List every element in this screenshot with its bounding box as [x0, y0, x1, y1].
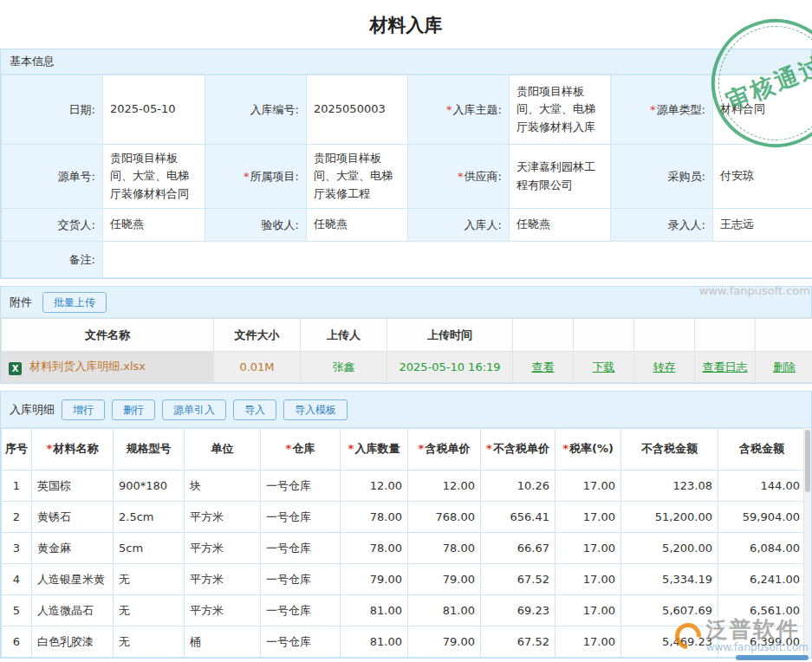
form-row: 交货人: 任晓燕 验收人: 任晓燕 入库人: 任晓燕 录入人: 王志远: [2, 209, 812, 242]
required-asterisk: *: [650, 103, 656, 116]
cell-material-name: 人造微晶石: [32, 595, 114, 626]
upload-time-cell: 2025-05-10 16:19: [387, 352, 513, 383]
inbound-detail-table: 序号 *材料名称 规格型号 单位 *仓库 *入库数量 *含税单价 *不含税单价 …: [1, 428, 806, 658]
cell-unit: 桶: [185, 626, 261, 658]
vertical-scrollbar[interactable]: [803, 428, 811, 658]
save-as-link[interactable]: 转存: [653, 360, 676, 373]
field-value-supplier: 天津嘉利园林工程有限公司: [510, 145, 611, 209]
import-template-button[interactable]: 导入模板: [283, 399, 348, 420]
table-row: 6 白色乳胶漆 无 桶 一号仓库 81.00 79.00 67.52 17.00…: [2, 626, 806, 658]
required-asterisk: *: [486, 442, 492, 455]
table-row: 4 人造银星米黄 无 平方米 一号仓库 79.00 79.00 67.52 17…: [2, 564, 806, 595]
cell-unit: 平方米: [185, 564, 261, 595]
cell-price-incl-tax: 79.00: [408, 564, 481, 595]
table-row: 5 人造微晶石 无 平方米 一号仓库 81.00 81.00 69.23 17.…: [2, 595, 806, 626]
uploader-cell: 张鑫: [301, 352, 387, 383]
table-row: 1 英国棕 900*180 块 一号仓库 12.00 12.00 10.26 1…: [2, 471, 806, 502]
cell-price-incl-tax: 78.00: [408, 533, 481, 564]
required-asterisk: *: [446, 103, 452, 116]
cell-material-name: 黄锈石: [32, 502, 114, 533]
cell-tax-rate: 17.00: [555, 502, 621, 533]
col-actions-spacer: [756, 319, 812, 352]
excel-file-icon: X: [9, 362, 22, 375]
cell-price-incl-tax: 12.00: [408, 471, 481, 502]
field-value-stock-keeper: 任晓燕: [510, 209, 611, 242]
attachments-title: 附件: [10, 295, 32, 310]
cell-seq: 1: [2, 471, 32, 502]
field-value-inbound-no: 2025050003: [307, 75, 408, 145]
action-cell: 下载: [574, 352, 634, 383]
cell-material-name: 黄金麻: [32, 533, 114, 564]
cell-material-name: 白色乳胶漆: [32, 626, 114, 658]
cell-warehouse: 一号仓库: [261, 502, 341, 533]
cell-spec-model: 900*180: [114, 471, 185, 502]
source-import-button[interactable]: 源单引入: [162, 399, 226, 420]
scrollbar-thumb[interactable]: [805, 430, 810, 492]
detail-table-wrap: 序号 *材料名称 规格型号 单位 *仓库 *入库数量 *含税单价 *不含税单价 …: [1, 428, 811, 658]
page-title: 材料入库: [0, 0, 812, 49]
field-label-inbound-no: 入库编号:: [205, 75, 307, 145]
col-material-name: *材料名称: [32, 429, 114, 471]
action-cell: 删除: [756, 352, 812, 383]
required-asterisk: *: [419, 442, 425, 455]
delete-row-button[interactable]: 删行: [112, 399, 155, 420]
delete-link[interactable]: 删除: [773, 360, 796, 373]
cell-warehouse: 一号仓库: [261, 626, 341, 658]
field-label-stock-keeper: 入库人:: [408, 209, 510, 242]
col-actions-spacer: [695, 319, 756, 352]
download-link[interactable]: 下载: [593, 360, 615, 373]
detail-header-row: 序号 *材料名称 规格型号 单位 *仓库 *入库数量 *含税单价 *不含税单价 …: [2, 429, 806, 471]
field-value-deliverer: 任晓燕: [103, 209, 205, 242]
col-actions-spacer: [634, 319, 695, 352]
attachments-section: 附件 批量上传 文件名称 文件大小 上传人 上传时间 X 材料到货入库明细.xl…: [0, 286, 812, 384]
field-label-purchaser: 采购员:: [611, 145, 713, 209]
file-name-cell: X 材料到货入库明细.xlsx: [2, 352, 214, 383]
cell-tax-rate: 17.00: [555, 533, 621, 564]
cell-amount-incl-tax: 59,904.00: [718, 502, 806, 533]
col-amount-incl-tax: 含税金额: [718, 429, 806, 471]
batch-upload-button[interactable]: 批量上传: [42, 292, 107, 313]
basic-info-table: 日期: 2025-05-10 入库编号: 2025050003 *入库主题: 贵…: [1, 75, 812, 278]
cell-unit: 平方米: [185, 502, 261, 533]
field-label-project: *所属项目:: [205, 145, 307, 209]
cell-price-excl-tax: 69.23: [481, 595, 555, 626]
col-spec-model: 规格型号: [114, 429, 185, 471]
cell-spec-model: 无: [114, 626, 185, 658]
cell-amount-incl-tax: 144.00: [718, 471, 806, 502]
required-asterisk: *: [244, 170, 250, 183]
col-actions-spacer: [574, 319, 634, 352]
action-cell: 转存: [634, 352, 695, 383]
required-asterisk: *: [286, 442, 292, 455]
cell-amount-excl-tax: 5,200.00: [621, 533, 718, 564]
action-cell: 查看: [513, 352, 574, 383]
required-asterisk: *: [348, 442, 354, 455]
add-row-button[interactable]: 增行: [62, 399, 105, 420]
field-label-source-no: 源单号:: [2, 145, 103, 209]
field-value-recorder: 王志远: [713, 209, 812, 242]
field-value-project: 贵阳项目样板间、大堂、电梯厅装修工程: [307, 145, 408, 209]
field-value-inspector: 任晓燕: [307, 209, 408, 242]
form-row: 备注:: [2, 242, 812, 278]
col-file-name: 文件名称: [2, 319, 214, 352]
view-log-link[interactable]: 查看日志: [703, 360, 748, 373]
col-upload-time: 上传时间: [387, 319, 513, 352]
file-name-link[interactable]: 材料到货入库明细.xlsx: [29, 360, 146, 373]
form-row: 源单号: 贵阳项目样板间、大堂、电梯厅装修材料合同 *所属项目: 贵阳项目样板间…: [2, 145, 812, 209]
col-unit: 单位: [185, 429, 261, 471]
cell-amount-excl-tax: 5,334.19: [621, 564, 718, 595]
cell-amount-excl-tax: 123.08: [621, 471, 718, 502]
col-inbound-qty: *入库数量: [341, 429, 408, 471]
basic-info-header: 基本信息: [1, 49, 811, 75]
cell-seq: 3: [2, 533, 32, 564]
col-price-excl-tax: *不含税单价: [481, 429, 555, 471]
field-label-deliverer: 交货人:: [2, 209, 103, 242]
cell-amount-incl-tax: 6,561.00: [718, 595, 806, 626]
cell-unit: 块: [185, 471, 261, 502]
view-link[interactable]: 查看: [532, 360, 555, 373]
field-value-source-type: 材料合同: [713, 75, 812, 145]
col-price-incl-tax: *含税单价: [408, 429, 481, 471]
col-tax-rate: *税率(%): [555, 429, 621, 471]
cell-unit: 平方米: [185, 533, 261, 564]
import-button[interactable]: 导入: [233, 399, 276, 420]
cell-price-incl-tax: 81.00: [408, 595, 481, 626]
